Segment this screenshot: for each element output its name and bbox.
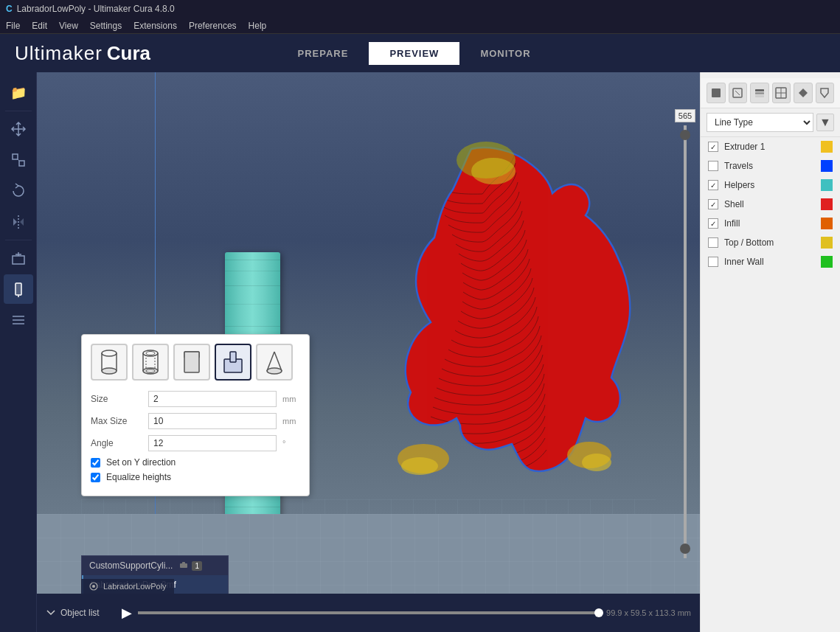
monitor-button[interactable]: MONITOR (459, 42, 551, 65)
scale-tool-button[interactable] (4, 145, 33, 175)
svg-point-26 (102, 368, 117, 374)
equalize-heights-label[interactable]: Equalize heights (106, 472, 171, 482)
slider-thumb-bottom[interactable] (680, 544, 690, 554)
sidebar: 📁 (0, 72, 37, 632)
view-icons-row (701, 78, 840, 108)
view-nozzle-button[interactable] (816, 83, 835, 103)
max-size-unit: mm (282, 417, 300, 426)
menu-item-extensions[interactable]: Extensions (133, 21, 177, 31)
legend-checkbox-inner_wall[interactable] (708, 257, 718, 267)
shape-cone-button[interactable] (256, 344, 293, 381)
support-settings-panel: Size mm Max Size mm Angle ° Set on Y dir… (81, 334, 310, 496)
header: Ultimaker Cura PREPARE PREVIEW MONITOR (0, 34, 840, 72)
play-button[interactable]: ▶ (122, 605, 132, 621)
svg-rect-51 (755, 95, 764, 97)
preview-button[interactable]: PREVIEW (369, 42, 459, 65)
legend-checkbox-travels[interactable] (708, 161, 718, 171)
svg-rect-36 (184, 352, 199, 372)
menu-item-file[interactable]: File (6, 21, 20, 31)
legend-container: Extruder 1TravelsHelpersShellInfillTop /… (701, 137, 840, 271)
svg-rect-49 (755, 89, 764, 91)
angle-unit: ° (282, 439, 300, 448)
legend-checkbox-extruder1[interactable] (708, 142, 718, 152)
menu-item-view[interactable]: View (59, 21, 78, 31)
legend-item-shell: Shell (701, 195, 840, 214)
svg-point-28 (146, 352, 155, 355)
rotate-tool-button[interactable] (4, 176, 33, 206)
object-item-support[interactable]: CustomSupportCyli... 1 (82, 556, 228, 575)
legend-color-extruder1 (821, 141, 833, 153)
mirror-tool-button[interactable] (4, 207, 33, 237)
slider-value: 565 (675, 109, 695, 122)
shape-cylinder-button[interactable] (91, 344, 128, 381)
legend-checkbox-top_bottom[interactable] (708, 237, 718, 248)
legend-color-shell (821, 198, 833, 210)
logo: Ultimaker Cura (15, 42, 150, 65)
view-xray-button[interactable] (729, 83, 748, 103)
shape-hollow-cylinder-button[interactable] (132, 344, 169, 381)
menu-item-preferences[interactable]: Preferences (189, 21, 237, 31)
legend-checkbox-helpers[interactable] (708, 180, 718, 190)
legend-label-shell: Shell (724, 199, 815, 209)
object-list-toggle[interactable]: Object list (46, 608, 100, 618)
angle-param-row: Angle ° (91, 435, 300, 451)
size-param-row: Size mm (91, 391, 300, 407)
shape-tab-button[interactable] (215, 344, 251, 381)
expand-panel-button[interactable]: ▼ (816, 114, 834, 131)
angle-label: Angle (91, 438, 142, 448)
angle-input[interactable] (148, 435, 277, 451)
svg-point-39 (267, 368, 282, 374)
svg-point-23 (102, 350, 117, 356)
object-list-label: Object list (60, 608, 100, 618)
menu-item-help[interactable]: Help (249, 21, 267, 31)
shape-rect-button[interactable] (173, 344, 210, 381)
progress-fill (138, 611, 599, 614)
layer-view-button[interactable] (4, 305, 33, 335)
legend-label-inner_wall: Inner Wall (724, 257, 815, 267)
svg-rect-1 (19, 161, 24, 166)
group-icon (88, 581, 99, 591)
dog-model (294, 134, 656, 518)
logo-cura: Cura (107, 42, 150, 65)
view-solid-button[interactable] (707, 83, 726, 103)
progress-thumb[interactable] (594, 608, 603, 617)
legend-checkbox-infill[interactable] (708, 218, 718, 229)
legend-label-travels: Travels (724, 161, 815, 171)
menu-item-edit[interactable]: Edit (32, 21, 47, 31)
equalize-heights-checkbox[interactable] (91, 473, 100, 482)
set-on-direction-label[interactable]: Set on Y direction (106, 457, 176, 468)
view-layers-button[interactable] (750, 83, 769, 103)
size-input[interactable] (148, 391, 277, 407)
legend-checkbox-shell[interactable] (708, 199, 718, 209)
layer-slider[interactable]: 565 (676, 109, 694, 558)
svg-point-20 (401, 457, 438, 475)
legend-item-infill: Infill (701, 214, 840, 233)
legend-label-top_bottom: Top / Bottom (724, 237, 815, 248)
svg-marker-5 (20, 218, 24, 226)
open-file-button[interactable]: 📁 (4, 78, 33, 108)
size-unit: mm (282, 395, 300, 403)
legend-item-helpers: Helpers (701, 176, 840, 195)
legend-color-helpers (821, 179, 833, 191)
max-size-input[interactable] (148, 413, 277, 429)
svg-point-45 (92, 585, 95, 588)
titlebar: C LabradorLowPoly - Ultimaker Cura 4.8.0 (0, 0, 840, 18)
slider-thumb-top[interactable] (680, 130, 690, 140)
viewport[interactable]: 565 (37, 72, 700, 632)
view-material-button[interactable] (794, 83, 813, 103)
move-tool-button[interactable] (4, 114, 33, 144)
progress-track[interactable] (138, 611, 599, 614)
menu-item-settings[interactable]: Settings (90, 21, 122, 31)
line-type-select[interactable]: Line Type (707, 113, 813, 132)
object-group-name: LabradorLowPoly (103, 582, 167, 591)
set-on-direction-checkbox[interactable] (91, 458, 100, 468)
custom-support-button[interactable] (4, 274, 33, 304)
prepare-button[interactable]: PREPARE (277, 42, 369, 65)
view-mesh-button[interactable] (772, 83, 791, 103)
legend-item-travels: Travels (701, 156, 840, 176)
legend-label-helpers: Helpers (724, 180, 815, 190)
support-blocker-button[interactable] (4, 243, 33, 273)
menubar: FileEditViewSettingsExtensionsPreference… (0, 18, 840, 34)
main-area: 📁 (0, 72, 840, 632)
slider-track[interactable] (684, 125, 687, 558)
